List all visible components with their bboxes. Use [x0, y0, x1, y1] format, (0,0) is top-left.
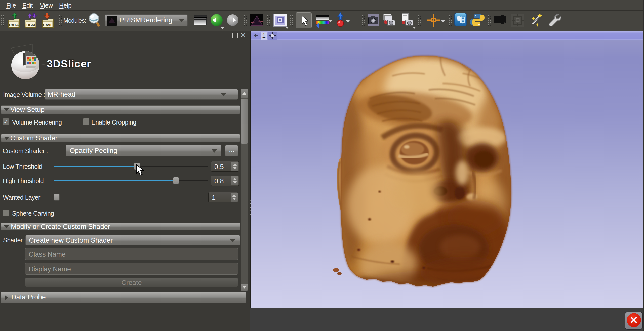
svg-text:DCM: DCM	[26, 23, 35, 27]
svg-text:SAVE: SAVE	[43, 23, 53, 27]
svg-text:DATA: DATA	[9, 23, 19, 27]
